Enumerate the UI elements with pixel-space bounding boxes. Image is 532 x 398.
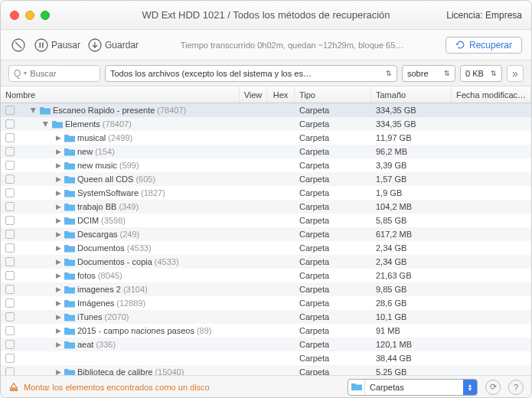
table-row[interactable]: ▶musical (2499)Carpeta11,97 GB [1,131,531,145]
table-row[interactable]: ▶Descargas (249)Carpeta617,2 MB [1,227,531,241]
refresh-button[interactable]: ⟳ [485,380,501,395]
checkbox[interactable] [5,106,15,115]
file-count: (4533) [127,243,152,253]
col-type[interactable]: Tipo [295,86,371,103]
disclosure-icon[interactable]: ▶ [54,230,62,238]
file-size: 21,63 GB [371,271,452,280]
checkbox[interactable] [5,340,15,349]
disclosure-icon[interactable]: ▶ [42,120,50,128]
disclosure-icon[interactable]: ▶ [54,327,62,334]
svg-point-2 [35,39,47,51]
checkbox[interactable] [5,188,15,197]
recover-button[interactable]: Recuperar [446,37,522,54]
disclosure-icon[interactable]: ▶ [54,368,62,375]
table-row[interactable]: ▶new (154)Carpeta96,2 MB [1,145,531,158]
more-button[interactable]: » [507,65,524,82]
col-size[interactable]: Tamaño [371,86,452,103]
table-row[interactable]: ▶iTunes (2070)Carpeta10,1 GB [1,310,531,324]
minimize-icon[interactable] [25,11,34,20]
disclosure-icon[interactable]: ▶ [54,313,62,321]
stop-button[interactable] [10,37,27,54]
file-name: SystemSoftware [77,188,139,197]
checkbox[interactable] [5,243,15,253]
table-row[interactable]: ▶Queen all CDS (605)Carpeta1,57 GB [1,172,531,186]
disclosure-icon[interactable]: ▶ [54,217,62,224]
file-type: Carpeta [295,202,371,211]
table-row[interactable]: ▶imagenes 2 (3104)Carpeta9,85 GB [1,282,531,296]
file-size: 2,34 GB [371,257,452,266]
checkbox[interactable] [5,354,15,363]
checkbox[interactable] [5,147,15,156]
file-count: (336) [96,340,116,349]
disclosure-icon[interactable]: ▶ [54,161,62,169]
mount-button[interactable]: Montar los elementos encontrados como un… [8,382,210,393]
help-button[interactable]: ? [508,380,524,395]
toolbar-main: Pausar Guardar Tiempo transcurrido 0h02m… [1,30,531,60]
disclosure-icon[interactable]: ▶ [54,175,62,183]
checkbox[interactable] [5,216,15,225]
table-row[interactable]: ▶Biblioteca de calibre (15040)Carpeta5,2… [1,365,531,375]
table-row[interactable]: ▶2015 - campo naciones paseos (89)Carpet… [1,324,531,338]
checkbox[interactable] [5,175,15,184]
file-size: 11,97 GB [371,133,452,142]
checkbox[interactable] [5,312,15,321]
table-row[interactable]: ▶Imágenes (12889)Carpeta28,6 GB [1,296,531,310]
table-row[interactable]: ▶trabajo BB (349)Carpeta104,2 MB [1,200,531,214]
search-input[interactable]: Q ▾ [8,65,100,82]
checkbox[interactable] [5,161,15,170]
table-row[interactable]: ▶fotos (8045)Carpeta21,63 GB [1,269,531,282]
chevron-updown-icon[interactable]: ▲▼ [463,380,477,395]
file-count: (2070) [105,312,129,321]
table-row[interactable]: ▶Documentos (4533)Carpeta2,34 GB [1,241,531,255]
table-row[interactable]: ▶aeat (336)Carpeta120,1 MB [1,338,531,351]
footer-select[interactable]: Carpetas ▲▼ [348,379,478,396]
filter-files-dropdown[interactable]: Todos los archivos (excepto los del sist… [105,65,397,82]
table-row[interactable]: Carpeta38,44 GB [1,351,531,365]
col-hex[interactable]: Hex [267,86,295,103]
toolbar-filters: Q ▾ Todos los archivos (excepto los del … [1,60,531,86]
close-icon[interactable] [10,11,19,20]
disclosure-icon[interactable]: ▶ [54,244,62,252]
save-button[interactable]: Guardar [88,38,139,52]
disclosure-icon[interactable]: ▶ [54,189,62,197]
disclosure-icon[interactable]: ▶ [54,285,62,293]
checkbox[interactable] [5,285,15,294]
filter-over-dropdown[interactable]: sobre ⇅ [402,65,455,82]
col-date[interactable]: Fecha modificac… [452,86,531,103]
disclosure-icon[interactable]: ▶ [54,203,62,210]
checkbox[interactable] [5,202,15,211]
table-row[interactable]: ▶SystemSoftware (1827)Carpeta1,9 GB [1,186,531,200]
col-name[interactable]: Nombre [1,86,240,103]
disclosure-icon[interactable]: ▶ [30,106,38,114]
col-view[interactable]: View [240,86,267,103]
file-list[interactable]: ▶Escaneo Rapido - presente (78407)Carpet… [1,103,531,375]
checkbox[interactable] [5,271,15,280]
disclosure-icon[interactable]: ▶ [54,148,62,155]
disclosure-icon[interactable]: ▶ [54,299,62,307]
table-row[interactable]: ▶new music (599)Carpeta3,39 GB [1,158,531,172]
checkbox[interactable] [5,257,15,266]
table-row[interactable]: ▶Documentos - copia (4533)Carpeta2,34 GB [1,255,531,269]
maximize-icon[interactable] [41,11,50,20]
table-row[interactable]: ▶Elements (78407)Carpeta334,35 GB [1,117,531,131]
checkbox[interactable] [5,230,15,239]
checkbox[interactable] [5,298,15,308]
disclosure-icon[interactable]: ▶ [54,134,62,142]
svg-rect-3 [40,42,41,47]
file-type: Carpeta [295,340,371,349]
table-row[interactable]: ▶Escaneo Rapido - presente (78407)Carpet… [1,103,531,117]
filter-size-dropdown[interactable]: 0 KB ⇅ [460,65,502,82]
checkbox[interactable] [5,367,15,375]
file-count: (1827) [141,188,165,197]
disclosure-icon[interactable]: ▶ [54,272,62,279]
file-size: 1,9 GB [371,188,452,197]
checkbox[interactable] [5,326,15,335]
disclosure-icon[interactable]: ▶ [54,258,62,266]
checkbox[interactable] [5,119,15,129]
file-count: (12889) [116,298,145,308]
license-label[interactable]: Licencia: Empresa [446,10,522,21]
pause-button[interactable]: Pausar [34,38,80,52]
table-row[interactable]: ▶DCIM (3598)Carpeta5,85 GB [1,214,531,227]
disclosure-icon[interactable]: ▶ [54,341,62,348]
checkbox[interactable] [5,133,15,142]
